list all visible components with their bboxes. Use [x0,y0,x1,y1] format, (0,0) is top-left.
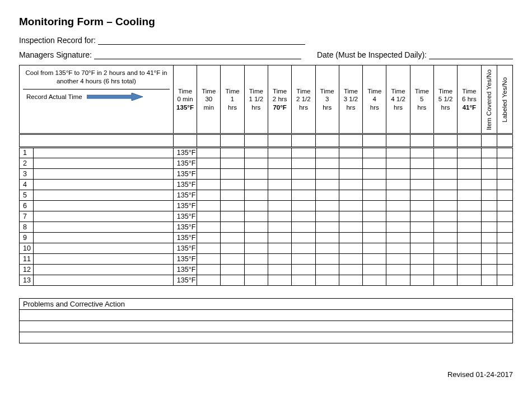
row-covered-cell[interactable] [481,179,497,190]
row-temp-cell[interactable] [458,200,481,211]
row-labeled-cell[interactable] [497,275,512,285]
row-temp-cell[interactable] [315,264,339,275]
row-temp-cell[interactable] [339,147,362,158]
row-covered-cell[interactable] [481,200,497,211]
row-temp-cell[interactable] [268,190,291,200]
row-temp-cell[interactable] [244,147,268,158]
row-covered-cell[interactable] [481,158,497,168]
row-temp-cell[interactable] [268,232,291,243]
row-temp-cell[interactable] [315,275,339,285]
problems-row[interactable] [20,321,513,332]
row-temp-cell[interactable] [458,264,481,275]
row-temp-cell[interactable] [197,222,221,232]
row-temp-cell[interactable] [363,211,386,222]
inspection-input-line[interactable] [98,36,305,45]
row-temp-cell[interactable] [433,275,457,285]
row-temp-cell[interactable] [339,190,362,200]
row-temp-cell[interactable] [244,232,268,243]
row-covered-cell[interactable] [481,253,497,264]
row-temp-cell[interactable] [268,243,291,253]
row-temp-cell[interactable] [268,168,291,179]
row-temp-cell[interactable] [458,190,481,200]
row-temp-cell[interactable] [315,232,339,243]
row-temp-cell[interactable] [197,158,221,168]
row-temp-cell[interactable] [197,200,221,211]
row-temp-cell[interactable] [315,168,339,179]
row-temp-cell[interactable] [268,158,291,168]
row-temp-cell[interactable] [268,275,291,285]
row-temp-cell[interactable] [410,200,433,211]
row-temp-cell[interactable] [292,232,315,243]
row-temp-cell[interactable] [292,243,315,253]
row-temp-cell[interactable] [410,253,433,264]
row-labeled-cell[interactable] [497,222,512,232]
row-temp-cell[interactable] [292,275,315,285]
row-labeled-cell[interactable] [497,200,512,211]
row-temp-cell[interactable] [244,211,268,222]
row-temp-cell[interactable] [221,275,244,285]
row-temp-cell[interactable] [221,179,244,190]
row-temp-cell[interactable] [292,147,315,158]
row-covered-cell[interactable] [481,243,497,253]
row-temp-cell[interactable] [197,232,221,243]
row-temp-cell[interactable] [386,211,410,222]
row-temp-cell[interactable] [268,253,291,264]
row-temp-cell[interactable] [386,147,410,158]
row-temp-cell[interactable] [458,211,481,222]
row-item-cell[interactable] [34,158,174,168]
row-temp-cell[interactable] [315,147,339,158]
row-temp-cell[interactable] [197,147,221,158]
row-item-cell[interactable] [34,232,174,243]
row-temp-cell[interactable] [292,168,315,179]
row-item-cell[interactable] [34,222,174,232]
row-temp-cell[interactable] [363,232,386,243]
row-temp-cell[interactable] [221,200,244,211]
row-temp-cell[interactable] [197,243,221,253]
row-temp-cell[interactable] [221,211,244,222]
row-temp-cell[interactable] [410,232,433,243]
row-temp-cell[interactable] [339,222,362,232]
row-temp-cell[interactable] [386,275,410,285]
row-temp-cell[interactable] [458,147,481,158]
row-temp-cell[interactable] [386,232,410,243]
row-temp-cell[interactable] [458,253,481,264]
row-temp-cell[interactable] [363,253,386,264]
row-temp-cell[interactable] [315,211,339,222]
row-temp-cell[interactable] [244,190,268,200]
row-temp-cell[interactable] [339,158,362,168]
row-temp-cell[interactable] [292,200,315,211]
row-item-cell[interactable] [34,211,174,222]
row-labeled-cell[interactable] [497,253,512,264]
row-temp-cell[interactable] [268,264,291,275]
row-temp-cell[interactable] [363,243,386,253]
row-covered-cell[interactable] [481,232,497,243]
row-temp-cell[interactable] [458,275,481,285]
row-temp-cell[interactable] [268,211,291,222]
row-temp-cell[interactable] [363,147,386,158]
row-temp-cell[interactable] [315,253,339,264]
row-temp-cell[interactable] [221,190,244,200]
row-covered-cell[interactable] [481,168,497,179]
row-temp-cell[interactable] [410,168,433,179]
row-covered-cell[interactable] [481,190,497,200]
row-temp-cell[interactable] [386,168,410,179]
row-temp-cell[interactable] [458,232,481,243]
row-item-cell[interactable] [34,200,174,211]
row-temp-cell[interactable] [292,253,315,264]
row-covered-cell[interactable] [481,211,497,222]
row-labeled-cell[interactable] [497,232,512,243]
row-temp-cell[interactable] [244,179,268,190]
row-temp-cell[interactable] [268,200,291,211]
row-temp-cell[interactable] [292,158,315,168]
row-temp-cell[interactable] [458,222,481,232]
row-temp-cell[interactable] [363,275,386,285]
row-item-cell[interactable] [34,264,174,275]
row-temp-cell[interactable] [221,232,244,243]
row-temp-cell[interactable] [244,253,268,264]
row-temp-cell[interactable] [386,222,410,232]
row-covered-cell[interactable] [481,147,497,158]
row-labeled-cell[interactable] [497,211,512,222]
row-temp-cell[interactable] [339,243,362,253]
row-temp-cell[interactable] [339,253,362,264]
row-temp-cell[interactable] [315,222,339,232]
